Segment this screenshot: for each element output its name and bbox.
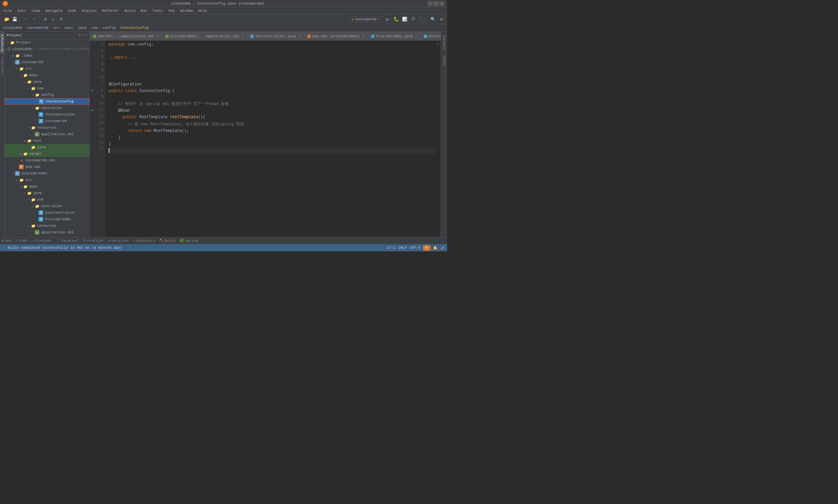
stop-button[interactable]: ⬛ [418,16,425,23]
tree-app-yml-2[interactable]: y application.yml [4,229,89,236]
statusbar-encoding[interactable]: CRLF [398,246,407,250]
menu-item-code[interactable]: Code [66,8,78,14]
tab-yml-provider-close[interactable]: ✕ [242,34,244,38]
tab-pom-provider-close[interactable]: ✕ [362,34,364,38]
statusbar-lang-btn[interactable]: 中 [423,245,430,251]
profile-button[interactable]: ⏱ [410,16,417,23]
tree-consumer80-iml[interactable]: ⚙ consumer80.iml [4,157,89,164]
tree-java-test-1[interactable]: 📁 java [4,144,89,150]
bc-consumer80[interactable]: consumer80 [27,26,49,30]
save-button[interactable]: 💾 [11,16,18,23]
endpoints-panel-tab[interactable]: ⚡ Endpoints [132,238,155,243]
maven-tab[interactable]: Maven [441,54,447,68]
tree-controller-2[interactable]: ▾ 📁 controller [4,203,89,210]
bc-config[interactable]: config [103,26,116,30]
close-button[interactable]: ✕ [439,1,445,6]
menu-item-run[interactable]: Run [138,8,149,14]
menu-item-edit[interactable]: Edit [15,8,28,14]
menu-item-tools[interactable]: Tools [150,8,165,14]
settings-gear-button[interactable]: ⚙ [438,16,445,23]
tree-cloud1009[interactable]: ▾ ☰ cloud1009 D:\JavaEnterpriseWeb\cloud… [4,46,89,52]
search-everywhere-button[interactable]: 🔍 [429,16,437,23]
menu-item-view[interactable]: View [29,8,42,14]
tree-com-1[interactable]: ▾ 📁 com [4,85,89,92]
tree-app-yml-1[interactable]: y application.yml [4,131,89,138]
forward-button[interactable]: → [31,16,38,23]
menu-item-window[interactable]: Window [178,8,195,14]
run-panel-tab[interactable]: ▶ Run [2,238,12,243]
tree-resources-1[interactable]: ▾ 📁 resources [4,124,89,131]
tab-testcontroller-close[interactable]: ✕ [299,34,301,38]
project-layout-icon[interactable]: ≡ [82,33,84,37]
build-panel-tab[interactable]: 🔨 Build [159,238,176,243]
tab-yml-provider[interactable]: provider8001\...\application.yml ✕ [162,32,247,40]
problems-panel-tab[interactable]: ⚠ Problems [31,238,51,243]
terminal-panel-tab[interactable]: ⬛ Terminal [56,238,78,243]
settings-button[interactable]: ⚙ [42,16,49,23]
tree-src-1[interactable]: ▾ 📁 src [4,66,89,72]
tree-main-2[interactable]: ▾ 📁 main [4,183,89,190]
services-panel-tab[interactable]: ⚙ Services [108,238,129,243]
debug-button[interactable]: 🐛 [392,16,400,23]
tree-consumer80[interactable]: ▾ c consumer80 [4,59,89,66]
spring-panel-tab[interactable]: 🌿 Spring [179,238,198,243]
tab-yml-consumer-close[interactable]: ✕ [157,34,158,38]
project-settings-icon[interactable]: ⚙ [78,33,81,37]
run-config-selector[interactable]: ▶ Consumer80 ▾ [349,16,383,22]
tab-provider8001[interactable]: Provider8001.java ✕ [368,32,421,40]
sync-button[interactable]: ↻ [50,16,57,23]
tab-usercontroller[interactable]: UserController.java ✕ [421,32,441,40]
bc-contextconfig[interactable]: ContextConfig [121,26,149,30]
open-button[interactable]: 📂 [3,16,11,23]
bc-cloud1009[interactable]: cloud1009 [3,26,22,30]
bc-com[interactable]: com [91,26,98,30]
tree-src-2[interactable]: ▾ 📁 src [4,177,89,183]
bc-java[interactable]: java [78,26,86,30]
maximize-button[interactable]: □ [433,1,439,6]
tree-pom-1[interactable]: m pom.xml [4,164,89,170]
tree-test-2[interactable]: ▶ 📁 test [4,236,89,237]
tree-test-1[interactable]: ▶ 📁 test [4,138,89,144]
tree-target-1[interactable]: ▶ 📁 target [4,150,89,157]
run-button[interactable]: ▶ [384,16,391,23]
tree-provider8001-class[interactable]: C Provider8001 [4,216,89,222]
tree-consumer80-class[interactable]: C Consumer80 [4,118,89,124]
coverage-button[interactable]: 📊 [401,16,408,23]
project-sort-icon[interactable]: ↕ [85,33,87,37]
tree-controller-1[interactable]: ▾ 📁 controller [4,105,89,111]
bc-main[interactable]: main [65,26,73,30]
tree-project-root[interactable]: ▾ 📁 Project [4,39,89,46]
statusbar-charset[interactable]: UTF-8 [410,246,420,250]
tree-main-1[interactable]: ▾ 📁 main [4,72,89,78]
menu-item-help[interactable]: Help [196,8,209,14]
bc-src[interactable]: src [53,26,60,30]
tree-java-1[interactable]: ▾ 📁 java [4,78,89,85]
tab-provider8001-close[interactable]: ✕ [415,34,417,38]
menu-item-vcs[interactable]: VCS [166,8,177,14]
tree-testcontroller[interactable]: C TestController [4,111,89,118]
tree-com-2[interactable]: ▾ 📁 com [4,196,89,203]
minimize-button[interactable]: — [428,1,433,6]
statusbar-git-icon[interactable]: ⎇ [440,246,445,250]
code-editor[interactable]: package com.config; ▶ import ... @Config… [105,40,436,237]
tree-contextconfig[interactable]: C ContextConfig [4,98,89,105]
structure-tab[interactable]: Structure [0,32,4,54]
tree-provider8001[interactable]: ▾ p provider8001 [4,170,89,177]
tree-resources-2[interactable]: ▾ 📁 resources [4,222,89,229]
menu-item-navigate[interactable]: Navigate [43,8,65,14]
menu-item-refactor[interactable]: Refactor [100,8,122,14]
tab-testcontroller[interactable]: TestController.java ✕ [247,32,304,40]
menu-item-build[interactable]: Build [122,8,138,14]
fold-3[interactable]: ▶ [109,54,113,61]
tree-usercontroller[interactable]: C UserController [4,210,89,216]
refresh-button[interactable]: ⟳ [58,16,65,23]
statusbar-position[interactable]: 17:1 [387,246,395,250]
fold-12[interactable]: ▾ [109,114,113,121]
database-tab[interactable]: Database [441,33,447,52]
back-button[interactable]: ← [22,16,30,23]
tab-pom-provider[interactable]: pom.xml (provider8001) ✕ [304,32,368,40]
favorites-tab[interactable]: Favorites [0,54,4,77]
profiler-panel-tab[interactable]: ⏱ Profiler [83,238,104,243]
todo-panel-tab[interactable]: ☑ TODO [15,238,27,243]
menu-item-file[interactable]: File [1,8,14,14]
